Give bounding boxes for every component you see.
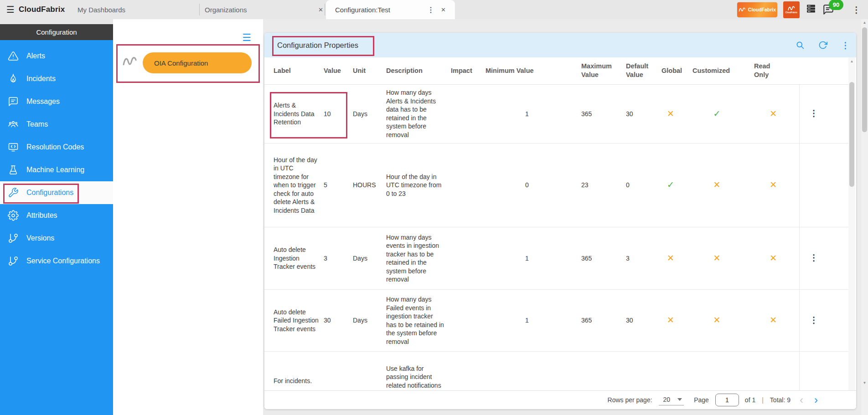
application-window: ☰ CloudFabrix My Dashboards Organization… xyxy=(0,0,868,415)
page-scrollbar-thumb[interactable] xyxy=(862,27,867,132)
card-header-actions: ⋮ xyxy=(796,40,850,51)
explorer-hamburger-icon[interactable]: ☰ xyxy=(242,33,251,43)
chevron-down-icon xyxy=(677,398,682,401)
page-number-input[interactable] xyxy=(715,394,739,406)
column-header-global: Global xyxy=(655,57,686,84)
rows-per-page-label: Rows per page: xyxy=(608,396,652,404)
cell-maximum-value: 365 xyxy=(575,227,620,290)
scroll-up-icon[interactable]: ▲ xyxy=(848,59,855,63)
sidebar-item-versions[interactable]: Versions xyxy=(0,227,113,250)
topbar-kebab-icon[interactable]: ⋮ xyxy=(852,5,861,15)
tab-configuration-test[interactable]: Configuration:Test ⋮ ✕ xyxy=(326,0,455,19)
server-rack-icon[interactable] xyxy=(806,3,816,16)
sidebar-item-machine-learning[interactable]: Machine Learning xyxy=(0,159,113,181)
hamburger-menu-icon[interactable]: ☰ xyxy=(6,5,15,14)
sidebar-item-label: Messages xyxy=(26,97,60,106)
cloudfabrix-square-badge[interactable]: CloudFabrix xyxy=(783,1,800,18)
cell-global: ✕ xyxy=(655,85,686,143)
pagination-bar: Rows per page: 20 Page of 1 | Total: 9 ‹… xyxy=(264,390,856,409)
cell-readonly xyxy=(748,352,799,391)
rows-per-page-select[interactable]: 20 xyxy=(659,395,684,405)
total-count-label: Total: 9 xyxy=(770,396,790,404)
cross-icon: ✕ xyxy=(667,109,674,118)
cell-default-value: 0 xyxy=(620,143,655,227)
brand-name: CloudFabrix xyxy=(19,5,65,14)
explorer-panel: ☰ OIA Configuration xyxy=(113,19,263,415)
scroll-up-icon[interactable]: ▲ xyxy=(861,20,868,25)
cell-impact xyxy=(444,227,479,290)
tab-divider xyxy=(325,4,325,15)
cell-unit: Days xyxy=(349,85,380,143)
tab-menu-kebab-icon[interactable]: ⋮ xyxy=(427,5,434,14)
flame-icon xyxy=(8,73,19,84)
cloudfabrix-swirl-icon xyxy=(122,55,138,67)
table-row[interactable]: Alerts & Incidents Data Retention10DaysH… xyxy=(264,85,849,143)
previous-page-icon[interactable]: ‹ xyxy=(800,395,803,405)
cell-global: ✓ xyxy=(655,143,686,227)
table-scrollbar[interactable]: ▲ xyxy=(848,57,855,390)
row-menu-kebab-icon[interactable]: ⋮ xyxy=(810,315,818,325)
cross-icon: ✕ xyxy=(770,315,777,325)
topbar-actions: CloudFabrix CloudFabrix 90 ⋮ xyxy=(737,0,861,19)
column-header-minimum-value: Minimum Value xyxy=(479,57,575,84)
row-menu-kebab-icon[interactable]: ⋮ xyxy=(810,253,818,262)
cell-maximum-value: 365 xyxy=(575,290,620,352)
card-header: Configuration Properties ⋮ xyxy=(264,33,856,57)
sidebar-item-resolution-codes[interactable]: Resolution Codes xyxy=(0,136,113,159)
column-header-unit: Unit xyxy=(349,57,380,84)
page-label: Page xyxy=(694,396,709,404)
cell-value: 5 xyxy=(320,143,349,227)
cell-readonly: ✕ xyxy=(748,85,799,143)
close-tab-icon[interactable]: ✕ xyxy=(318,6,323,13)
cross-icon: ✕ xyxy=(713,315,721,325)
cloudfabrix-banner-badge[interactable]: CloudFabrix xyxy=(737,2,777,17)
cell-customized: ✓ xyxy=(686,85,748,143)
close-tab-icon[interactable]: ✕ xyxy=(441,6,446,13)
cell-description: How many days Failed events in ingestion… xyxy=(380,290,444,352)
sidebar-item-configurations[interactable]: Configurations xyxy=(0,181,113,204)
cell-maximum-value xyxy=(575,352,620,391)
sidebar-item-label: Service Configurations xyxy=(26,257,100,265)
sidebar-item-incidents[interactable]: Incidents xyxy=(0,67,113,90)
cell-actions xyxy=(799,352,849,391)
sidebar-item-service-configurations[interactable]: Service Configurations xyxy=(0,250,113,272)
cell-impact xyxy=(444,85,479,143)
sidebar-item-label: Configurations xyxy=(26,189,73,197)
sidebar-item-alerts[interactable]: Alerts xyxy=(0,45,113,67)
sidebar-menu: AlertsIncidentsMessagesTeamsResolution C… xyxy=(0,40,113,272)
refresh-icon[interactable] xyxy=(818,41,827,50)
table-row[interactable]: Auto delete Failed Ingestion Tracker eve… xyxy=(264,290,849,352)
sidebar-item-teams[interactable]: Teams xyxy=(0,113,113,136)
table-row[interactable]: Hour of the day in UTC timezone for when… xyxy=(264,143,849,227)
sidebar-item-messages[interactable]: Messages xyxy=(0,90,113,113)
table-row[interactable]: For incidents.Use kafka for passing inci… xyxy=(264,352,849,391)
cell-actions: ⋮ xyxy=(799,227,849,290)
column-header-description: Description xyxy=(380,57,444,84)
search-icon[interactable] xyxy=(796,41,805,50)
sidebar-item-attributes[interactable]: Attributes xyxy=(0,204,113,227)
table-row[interactable]: Auto delete Ingestion Tracker events3Day… xyxy=(264,227,849,290)
cell-value: 3 xyxy=(320,227,349,290)
monitor-code-icon xyxy=(8,142,19,153)
cross-icon: ✕ xyxy=(770,253,777,263)
row-menu-kebab-icon[interactable]: ⋮ xyxy=(810,108,818,118)
cell-label: Hour of the day in UTC timezone for when… xyxy=(264,143,320,227)
sidebar-item-label: Incidents xyxy=(26,75,56,83)
table-scrollbar-thumb[interactable] xyxy=(849,82,854,187)
tab-my-dashboards[interactable]: My Dashboards xyxy=(78,0,125,19)
app-brand[interactable]: ☰ CloudFabrix xyxy=(6,0,65,19)
oia-configuration-item[interactable]: OIA Configuration xyxy=(143,52,252,73)
notifications-chat-icon[interactable]: 90 xyxy=(822,4,834,15)
cell-customized: ✕ xyxy=(686,143,748,227)
cell-readonly: ✕ xyxy=(748,290,799,352)
column-header-read-only: Read Only xyxy=(748,57,799,84)
scroll-down-icon[interactable]: ▼ xyxy=(861,381,868,385)
next-page-icon[interactable]: › xyxy=(814,395,818,405)
separator: | xyxy=(762,396,764,404)
page-scrollbar[interactable]: ▲ ▼ xyxy=(861,19,868,415)
tab-organizations[interactable]: Organizations ✕ xyxy=(205,0,323,19)
cell-description: How many days events in ingestion tracke… xyxy=(380,227,444,290)
card-kebab-icon[interactable]: ⋮ xyxy=(841,40,850,51)
cell-impact xyxy=(444,352,479,391)
header-row: LabelValueUnitDescriptionImpactMinimum V… xyxy=(264,57,849,84)
